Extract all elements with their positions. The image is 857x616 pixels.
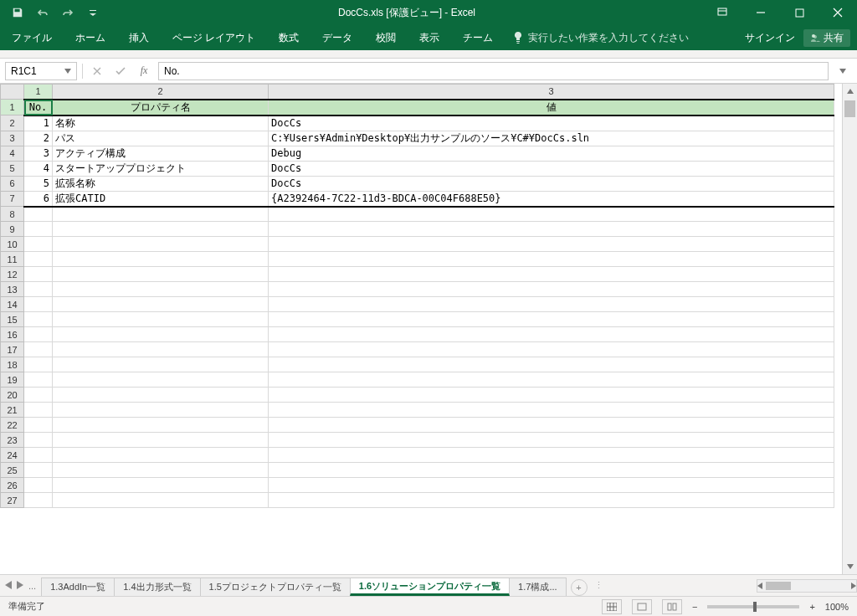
cell[interactable]: C:¥Users¥Admin¥Desktop¥出力サンプルのソース¥C#¥Doc… (269, 131, 834, 146)
undo-icon[interactable] (32, 2, 54, 23)
row-header[interactable]: 24 (1, 448, 24, 463)
cell[interactable]: 6 (24, 191, 53, 207)
cell[interactable]: スタートアッププロジェクト (53, 161, 269, 176)
redo-icon[interactable] (57, 2, 79, 23)
signin-link[interactable]: サインイン (745, 31, 795, 45)
tab-home[interactable]: ホーム (64, 25, 117, 50)
row-header[interactable]: 27 (1, 493, 24, 508)
sheet-nav-ellipsis[interactable]: ... (28, 581, 36, 591)
scroll-left-icon[interactable] (757, 583, 762, 589)
tab-file[interactable]: ファイル (0, 25, 64, 50)
formula-input[interactable]: No. (158, 62, 829, 80)
row-header[interactable]: 2 (1, 116, 24, 131)
col-header[interactable]: 3 (269, 85, 834, 100)
cell-header-no[interactable]: No. (24, 100, 53, 116)
row-header[interactable]: 13 (1, 282, 24, 297)
row-header[interactable]: 23 (1, 433, 24, 448)
row-header[interactable]: 26 (1, 478, 24, 493)
row-header[interactable]: 4 (1, 146, 24, 161)
row-header[interactable]: 3 (1, 131, 24, 146)
sheet-tab[interactable]: 1.3AddIn一覧 (41, 578, 115, 596)
cell[interactable]: 拡張CATID (53, 191, 269, 207)
cell[interactable]: パス (53, 131, 269, 146)
row-header[interactable]: 14 (1, 297, 24, 312)
row-header[interactable]: 5 (1, 161, 24, 176)
sheet-tab[interactable]: 1.5プロジェクトプロパティ一覧 (200, 578, 351, 596)
select-all-corner[interactable] (1, 85, 24, 100)
sheet-nav-next-icon[interactable] (17, 581, 23, 591)
row-header[interactable]: 17 (1, 342, 24, 357)
zoom-slider[interactable] (707, 605, 799, 608)
row-header[interactable]: 19 (1, 372, 24, 388)
row-header[interactable]: 21 (1, 403, 24, 418)
vertical-scrollbar[interactable] (842, 84, 857, 574)
row-header[interactable]: 8 (1, 207, 24, 222)
save-icon[interactable] (7, 2, 28, 23)
name-box[interactable]: R1C1 (5, 62, 77, 80)
cell[interactable]: {A2392464-7C22-11d3-BDCA-00C04F688E50} (269, 191, 834, 207)
enter-formula-icon[interactable] (111, 62, 130, 80)
tab-view[interactable]: 表示 (408, 25, 451, 50)
scroll-right-icon[interactable] (851, 583, 856, 589)
cell[interactable]: 拡張名称 (53, 176, 269, 191)
chevron-down-icon[interactable] (64, 69, 71, 74)
grid[interactable]: 1 2 3 1 No. プロパティ名 値 2 1 名称 DocCs 3 2 パス… (0, 84, 842, 574)
cell[interactable]: 3 (24, 146, 53, 161)
tab-review[interactable]: 校閲 (364, 25, 408, 50)
col-header[interactable]: 2 (53, 85, 269, 100)
tab-team[interactable]: チーム (451, 25, 505, 50)
row-header[interactable]: 22 (1, 418, 24, 433)
cell[interactable]: 5 (24, 176, 53, 191)
close-icon[interactable] (819, 0, 857, 25)
row-header[interactable]: 18 (1, 357, 24, 372)
view-normal-icon[interactable] (602, 599, 622, 614)
column-headers[interactable]: 1 2 3 (1, 85, 834, 100)
zoom-in-icon[interactable]: + (809, 602, 814, 612)
tab-insert[interactable]: 挿入 (117, 25, 161, 50)
row-header[interactable]: 10 (1, 237, 24, 252)
cell[interactable]: Debug (269, 146, 834, 161)
row-header[interactable]: 20 (1, 388, 24, 403)
cell-header-prop[interactable]: プロパティ名 (53, 100, 269, 116)
cell[interactable]: 2 (24, 131, 53, 146)
col-header[interactable]: 1 (24, 85, 53, 100)
cell-header-val[interactable]: 値 (269, 100, 834, 116)
share-button[interactable]: 共有 (803, 29, 850, 47)
row-header[interactable]: 11 (1, 252, 24, 267)
row-header[interactable]: 16 (1, 327, 24, 342)
scroll-down-icon[interactable] (843, 559, 857, 574)
cell[interactable]: 4 (24, 161, 53, 176)
view-pagebreak-icon[interactable] (662, 599, 682, 614)
sheet-tab[interactable]: 1.4出力形式一覧 (114, 578, 200, 596)
fx-icon[interactable]: fx (135, 62, 153, 80)
cancel-formula-icon[interactable] (88, 62, 106, 80)
tab-data[interactable]: データ (310, 25, 364, 50)
sheet-tab[interactable]: 1.7構成... (509, 578, 566, 596)
row-header[interactable]: 9 (1, 222, 24, 237)
row-header[interactable]: 15 (1, 312, 24, 327)
qat-dropdown-icon[interactable] (82, 2, 104, 23)
tab-formulas[interactable]: 数式 (267, 25, 310, 50)
view-pagelayout-icon[interactable] (632, 599, 652, 614)
zoom-thumb[interactable] (753, 602, 757, 612)
add-sheet-icon[interactable]: + (571, 579, 588, 596)
cell[interactable]: DocCs (269, 116, 834, 131)
minimize-icon[interactable] (742, 0, 780, 25)
row-header[interactable]: 7 (1, 191, 24, 207)
cell[interactable]: DocCs (269, 176, 834, 191)
row-header[interactable]: 12 (1, 267, 24, 282)
scroll-up-icon[interactable] (843, 84, 857, 99)
maximize-icon[interactable] (780, 0, 819, 25)
cell[interactable]: アクティブ構成 (53, 146, 269, 161)
cell[interactable]: DocCs (269, 161, 834, 176)
tell-me-search[interactable]: 実行したい作業を入力してください (505, 31, 689, 45)
cell[interactable]: 名称 (53, 116, 269, 131)
ribbon-options-icon[interactable] (703, 0, 742, 25)
sheet-nav-prev-icon[interactable] (5, 581, 12, 591)
row-header[interactable]: 1 (1, 100, 24, 116)
horizontal-scrollbar[interactable] (757, 579, 857, 593)
zoom-level[interactable]: 100% (825, 602, 849, 612)
sheet-tab-active[interactable]: 1.6ソリューションプロパティ一覧 (350, 578, 510, 596)
zoom-out-icon[interactable]: − (692, 602, 697, 612)
row-header[interactable]: 25 (1, 463, 24, 478)
